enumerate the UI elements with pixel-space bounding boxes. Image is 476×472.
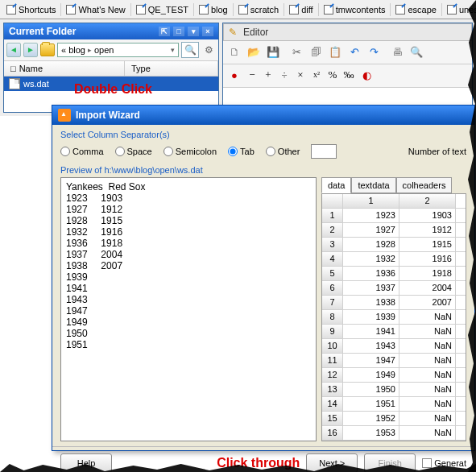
radio-comma[interactable]: Comma: [60, 147, 104, 156]
col-type[interactable]: Type: [125, 61, 218, 76]
bc-open[interactable]: open: [94, 45, 114, 55]
open-file-icon[interactable]: 📂: [245, 43, 263, 61]
power-icon[interactable]: x²: [309, 67, 324, 83]
grid-cell[interactable]: 1951: [343, 397, 399, 411]
grid-cell[interactable]: 1947: [343, 354, 399, 367]
grid-col-header[interactable]: 1: [343, 194, 399, 208]
breakpoint-icon[interactable]: ●: [226, 67, 243, 85]
grid-row-header[interactable]: 6: [322, 281, 343, 295]
grid-cell[interactable]: 1927: [343, 223, 399, 237]
back-button[interactable]: ◄: [6, 43, 21, 57]
grid-row-header[interactable]: 1: [322, 209, 343, 222]
tab-textdata[interactable]: textdata: [351, 177, 395, 193]
grid-row-header[interactable]: 16: [322, 426, 343, 440]
plus-icon[interactable]: +: [261, 67, 275, 83]
grid-cell[interactable]: NaN: [399, 368, 456, 382]
grid-cell[interactable]: NaN: [399, 325, 456, 338]
shortcut-item[interactable]: QE_TEST: [131, 3, 194, 16]
grid-row-header[interactable]: 14: [322, 397, 343, 411]
undo-icon[interactable]: ↶: [346, 43, 363, 61]
paste-icon[interactable]: 📋: [326, 43, 344, 61]
grid-cell[interactable]: 1918: [399, 267, 456, 280]
grid-cell[interactable]: 1943: [343, 339, 399, 353]
radio-other[interactable]: Other: [266, 147, 300, 156]
grid-row[interactable]: 519361918: [322, 267, 466, 281]
print-icon[interactable]: 🖶: [388, 43, 406, 61]
shortcut-item[interactable]: What's New: [61, 3, 130, 16]
panel-max-icon[interactable]: □: [173, 27, 184, 36]
grid-row[interactable]: 151952NaN: [322, 412, 466, 426]
grid-cell[interactable]: 1937: [343, 281, 399, 295]
divide-icon[interactable]: ÷: [277, 67, 292, 83]
grid-row[interactable]: 119231903: [322, 209, 466, 223]
grid-row[interactable]: 719382007: [322, 296, 466, 310]
shortcut-item[interactable]: escape: [391, 3, 441, 16]
multiply-icon[interactable]: ×: [293, 67, 308, 83]
new-file-icon[interactable]: 🗋: [226, 43, 243, 61]
grid-cell[interactable]: NaN: [399, 383, 456, 396]
grid-row[interactable]: 141951NaN: [322, 397, 466, 412]
grid-row-header[interactable]: 8: [322, 310, 343, 324]
panel-out-icon[interactable]: ⇱: [159, 27, 170, 36]
grid-row-header[interactable]: 15: [322, 412, 343, 425]
grid-cell[interactable]: 1952: [343, 412, 399, 425]
grid-row-header[interactable]: 5: [322, 267, 343, 280]
grid-cell[interactable]: 2004: [399, 281, 456, 295]
grid-cell[interactable]: 1939: [343, 310, 399, 324]
radio-space[interactable]: Space: [115, 147, 152, 156]
col-name[interactable]: □Name: [4, 61, 125, 76]
grid-cell[interactable]: 1953: [343, 426, 399, 440]
data-grid[interactable]: 1211923190321927191231928191541932191651…: [321, 193, 466, 441]
grid-row[interactable]: 619372004: [322, 281, 466, 296]
forward-button[interactable]: ►: [23, 43, 38, 57]
wizard-titlebar[interactable]: Import Wizard: [52, 106, 474, 125]
checkbox-icon[interactable]: [422, 458, 432, 468]
shortcut-item[interactable]: blog: [194, 3, 234, 16]
shortcut-item[interactable]: Shortcuts: [2, 3, 61, 16]
panel-menu-icon[interactable]: ▾: [188, 27, 199, 36]
cut-icon[interactable]: ✂: [288, 43, 305, 61]
grid-row-header[interactable]: 10: [322, 339, 343, 353]
grid-row[interactable]: 121949NaN: [322, 368, 466, 383]
grid-row-header[interactable]: 12: [322, 368, 343, 382]
grid-cell[interactable]: NaN: [399, 426, 456, 440]
grid-cell[interactable]: 1923: [343, 209, 399, 222]
tab-data[interactable]: data: [321, 177, 351, 193]
grid-row[interactable]: 219271912: [322, 223, 466, 238]
grid-cell[interactable]: 1938: [343, 296, 399, 309]
grid-cell[interactable]: 1903: [399, 209, 456, 222]
shortcut-item[interactable]: tmwcontents: [319, 3, 391, 16]
grid-cell[interactable]: 1941: [343, 325, 399, 338]
bc-blog[interactable]: blog: [68, 45, 85, 55]
grid-row[interactable]: 131950NaN: [322, 383, 466, 397]
run-icon[interactable]: ◐: [358, 67, 375, 85]
grid-cell[interactable]: NaN: [399, 397, 456, 411]
save-icon[interactable]: 💾: [264, 43, 282, 61]
grid-cell[interactable]: NaN: [399, 339, 456, 353]
grid-row-header[interactable]: 3: [322, 238, 343, 251]
folder-icon[interactable]: [40, 43, 55, 56]
shortcut-item[interactable]: diff: [284, 3, 318, 16]
gear-icon[interactable]: ⚙: [201, 43, 216, 57]
tab-colheaders[interactable]: colheaders: [396, 177, 453, 193]
percent-icon[interactable]: %: [325, 67, 340, 83]
radio-semicolon[interactable]: Semicolon: [163, 147, 217, 156]
grid-row-header[interactable]: 11: [322, 354, 343, 367]
grid-row[interactable]: 111947NaN: [322, 354, 466, 368]
grid-cell[interactable]: NaN: [399, 310, 456, 324]
radio-tab[interactable]: Tab: [228, 147, 255, 156]
grid-row[interactable]: 319281915: [322, 238, 466, 252]
search-button[interactable]: 🔍: [181, 42, 199, 58]
grid-row-header[interactable]: 4: [322, 252, 343, 266]
grid-row[interactable]: 101943NaN: [322, 339, 466, 354]
grid-cell[interactable]: 1916: [399, 252, 456, 266]
grid-row-header[interactable]: 9: [322, 325, 343, 338]
preview-text-box[interactable]: Yankees Red Sox1923 19031927 19121928 19…: [60, 177, 317, 441]
grid-cell[interactable]: NaN: [399, 354, 456, 367]
grid-cell[interactable]: 1936: [343, 267, 399, 280]
grid-row[interactable]: 91941NaN: [322, 325, 466, 339]
bc-dropdown-icon[interactable]: ▾: [171, 46, 175, 54]
grid-cell[interactable]: 1912: [399, 223, 456, 237]
grid-row-header[interactable]: 2: [322, 223, 343, 237]
shortcut-item[interactable]: scratch: [234, 3, 284, 16]
